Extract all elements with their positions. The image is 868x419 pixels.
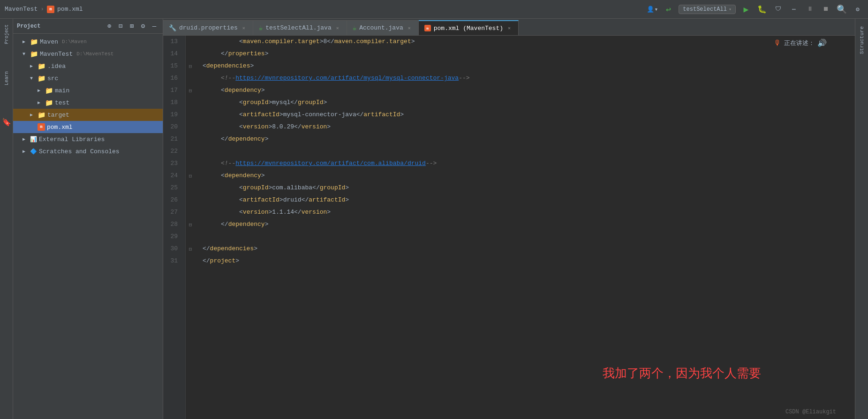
close-panel-icon[interactable]: — [150,22,159,31]
gutter-17[interactable]: ⊟ [186,84,195,97]
profile-icon[interactable]: 👤▾ [647,4,658,15]
code-line-19: <artifactId>mysql-connector-java</artifa… [195,109,855,121]
project-name[interactable]: MavenTest [5,6,38,13]
search-everywhere-button[interactable]: 🔍 [836,4,847,15]
gutter-19 [186,109,195,121]
tab-pomxml[interactable]: m pom.xml (MavenTest) ✕ [419,20,519,35]
top-bar-right: 👤▾ ↩ testSelectAll ▾ ▶ 🐛 🛡 ⋯ ⏸ ⏹ 🔍 ⚙ [647,4,863,15]
code-line-22 [195,145,855,157]
ln-27: 27 [163,206,181,218]
gutter-15[interactable]: ⊟ [186,60,195,72]
code-line-30: </dependencies> [195,243,855,255]
collapse-all-icon[interactable]: ⊟ [116,22,125,31]
maven-file-icon-tree: m [38,123,45,131]
tree-item-src[interactable]: ▼ 📁 src [13,72,163,84]
code-content[interactable]: <maven.compiler.target>8</maven.compiler… [195,36,855,419]
ln-22: 22 [163,145,181,157]
extlib-icon: 📊 [30,136,37,143]
ln-25: 25 [163,182,181,194]
code-line-27: <version>1.1.14</version> [195,206,855,218]
file-name: pom.xml [57,6,83,13]
tree-arrow-maven: ▶ [23,39,28,45]
tree-item-maven[interactable]: ▶ 📁 Maven D:\Maven [13,36,163,48]
tab-druid[interactable]: 🔧 druid.properties ✕ [163,20,253,35]
top-bar: MavenTest › m pom.xml 👤▾ ↩ testSelectAll… [0,0,868,19]
profile-run-button[interactable]: 🛡 [772,4,784,15]
tree-arrow-src: ▼ [30,76,36,81]
gutter-18 [186,97,195,109]
ln-31: 31 [163,255,181,267]
pause-button[interactable]: ⏸ [804,4,815,15]
code-editor: 13 14 15 16 17 18 19 20 21 22 23 24 25 2… [163,36,855,419]
gutter-23 [186,157,195,170]
project-panel-title: Project [17,23,40,30]
ln-16: 16 [163,72,181,84]
tree-item-main[interactable]: ▶ 📁 main [13,84,163,97]
tree-item-scratches[interactable]: ▶ 🔷 Scratches and Consoles [13,145,163,157]
tab-label-druid: druid.properties [179,24,238,31]
tab-icon-account: ☕ [353,24,356,32]
code-line-21: </dependency> [195,133,855,145]
folder-icon-idea: 📁 [38,62,45,70]
tab-close-druid[interactable]: ✕ [241,25,247,31]
project-tree: ▶ 📁 Maven D:\Maven ▼ 📁 MavenTest D:\Mave… [13,34,163,419]
tree-item-idea[interactable]: ▶ 📁 .idea [13,60,163,72]
gutter-25 [186,182,195,194]
settings-button[interactable]: ⚙ [852,4,863,15]
folder-icon-maventest: 📁 [30,50,38,58]
tree-item-test[interactable]: ▶ 📁 test [13,97,163,109]
expand-all-icon[interactable]: ⊞ [127,22,136,31]
scratches-icon: 🔷 [30,148,37,155]
tree-label-src: src [47,75,58,82]
ln-29: 29 [163,231,181,243]
tree-arrow-extlibs: ▶ [23,136,28,142]
project-header-icons: ⊕ ⊟ ⊞ ⚙ — [105,22,159,31]
tree-arrow-main: ▶ [38,88,43,93]
tree-item-target[interactable]: ▶ 📁 target [13,109,163,121]
run-config-label: testSelectAll [683,6,727,13]
code-line-17: <dependency> [195,84,855,97]
run-button[interactable]: ▶ [740,4,752,15]
gutter-30[interactable]: ⊟ [186,243,195,255]
tree-item-pomxml[interactable]: ▶ m pom.xml [13,121,163,133]
tree-label-maventest: MavenTest [40,51,73,58]
tab-testselect[interactable]: ☕ testSelectAll.java ✕ [253,20,347,35]
ln-23: 23 [163,157,181,170]
run-config-selector[interactable]: testSelectAll ▾ [679,5,736,14]
settings-icon[interactable]: ⚙ [138,22,148,31]
tab-account[interactable]: ☕ Account.java ✕ [347,20,419,35]
folder-icon-target: 📁 [38,111,45,119]
code-line-20: <version>8.0.29</version> [195,121,855,133]
debug-button[interactable]: 🐛 [756,4,768,15]
speaking-indicator: 🎙 正在讲述： 🔊 [769,38,831,48]
gutter-22 [186,145,195,157]
folder-icon-maven: 📁 [30,38,38,46]
gutter-24[interactable]: ⊟ [186,170,195,182]
tab-close-pomxml[interactable]: ✕ [506,25,513,31]
project-panel: Project ⊕ ⊟ ⊞ ⚙ — ▶ 📁 Maven D:\Maven ▼ 📁… [13,19,163,419]
ln-17: 17 [163,84,181,97]
sidebar-project-tab[interactable]: Project [1,22,12,46]
sidebar-learn-tab[interactable]: Learn [1,67,12,90]
tree-item-extlibs[interactable]: ▶ 📊 External Libraries [13,133,163,145]
gutter-26 [186,194,195,206]
speaker-icon: 🔊 [817,38,827,48]
line-numbers: 13 14 15 16 17 18 19 20 21 22 23 24 25 2… [163,36,186,419]
gutter-21 [186,133,195,145]
tab-close-account[interactable]: ✕ [406,25,413,31]
undo-icon[interactable]: ↩ [663,4,674,15]
add-item-icon[interactable]: ⊕ [105,22,114,31]
gutter-28[interactable]: ⊟ [186,218,195,231]
sidebar-bookmark-tab[interactable]: 🔖 [1,111,12,134]
gutter-31 [186,255,195,267]
structure-label[interactable]: Structure [859,26,865,54]
stop-button[interactable]: ⏹ [820,4,831,15]
tab-icon-testselect: ☕ [259,24,263,32]
code-line-26: <artifactId>druid</artifactId> [195,194,855,206]
tab-close-testselect[interactable]: ✕ [334,25,341,31]
tree-item-maventest[interactable]: ▼ 📁 MavenTest D:\MavenTest [13,48,163,60]
tree-label-target: target [47,112,69,119]
tree-label-extlibs: External Libraries [39,136,105,143]
code-line-28: </dependency> [195,218,855,231]
more-run-button[interactable]: ⋯ [788,4,800,15]
